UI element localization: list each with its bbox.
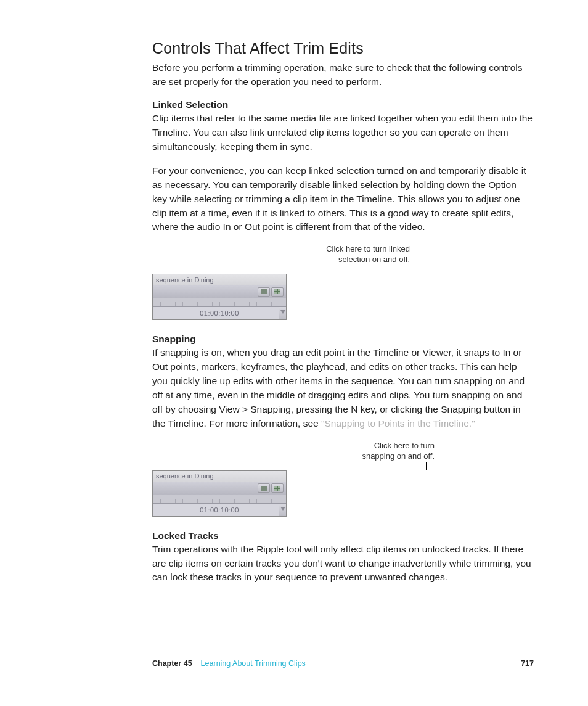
linked-selection-button[interactable] [258,483,270,493]
timeline-ruler[interactable] [153,298,286,307]
timeline-toolbar [153,482,286,495]
page-footer: Chapter 45 Learning About Trimming Clips… [152,657,534,670]
figure-snapping: Click here to turn snapping on and off. … [152,441,533,517]
snapping-link[interactable]: "Snapping to Points in the Timeline." [321,418,475,429]
timeline-timecode: 01:00:10:00 [153,504,286,516]
timeline-end-cap-icon [279,504,286,516]
callout-leader-line [377,265,377,274]
linked-selection-button[interactable] [258,287,270,297]
snapping-heading: Snapping [152,334,533,345]
section-title: Controls That Affect Trim Edits [152,39,533,57]
chapter-label: Chapter 45 [152,659,192,668]
timeline-ruler[interactable] [153,495,286,504]
chapter-title: Learning About Trimming Clips [201,659,306,668]
timeline-tab[interactable]: sequence in Dining [153,274,286,285]
linked-selection-icon [261,289,267,294]
timeline-widget: sequence in Dining 01:00:10:00 [152,470,287,517]
figure1-callout-line1: Click here to turn linked [326,244,410,255]
figure2-callout-line2: snapping on and off. [362,451,435,462]
page-number: 717 [521,659,534,668]
snapping-text: If snapping is on, when you drag an edit… [152,347,525,429]
snapping-button[interactable] [271,483,284,493]
linked-selection-p2: For your convenience, you can keep linke… [152,164,533,235]
locked-tracks-paragraph: Trim operations with the Ripple tool wil… [152,543,533,585]
linked-selection-p1: Clip items that refer to the same media … [152,112,533,154]
locked-tracks-heading: Locked Tracks [152,530,533,541]
footer-divider [513,657,513,670]
snapping-paragraph: If snapping is on, when you drag an edit… [152,346,533,431]
timeline-end-cap-icon [279,307,286,319]
linked-selection-icon [261,486,267,491]
timeline-widget: sequence in Dining 01:00:10:00 [152,274,287,320]
snapping-icon [274,289,280,294]
figure2-callout-line1: Click here to turn [374,441,435,451]
timeline-timecode: 01:00:10:00 [153,307,286,319]
callout-leader-line [426,462,427,470]
timecode-value: 01:00:10:00 [200,310,239,317]
timecode-value: 01:00:10:00 [200,506,239,514]
timeline-toolbar [153,285,286,298]
snapping-button[interactable] [271,287,284,297]
figure-linked-selection: Click here to turn linked selection on a… [152,244,533,320]
page-content: Controls That Affect Trim Edits Before y… [0,0,588,585]
figure1-callout-line2: selection on and off. [338,255,410,265]
timeline-tab[interactable]: sequence in Dining [153,471,286,482]
intro-paragraph: Before you perform a trimming operation,… [152,61,533,89]
linked-selection-heading: Linked Selection [152,99,533,110]
snapping-icon [274,486,280,491]
